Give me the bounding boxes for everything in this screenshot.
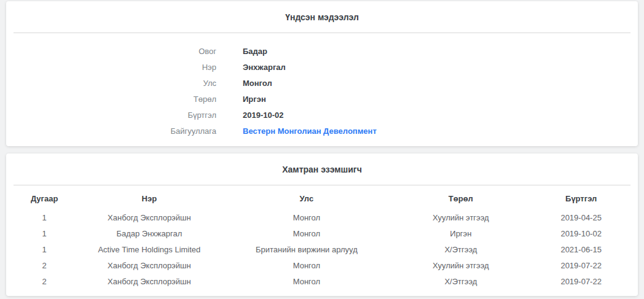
form-row: Бүртгэл2019-10-02 xyxy=(6,107,638,123)
table-cell: Ханбогд Эксплорэйшн xyxy=(75,258,223,274)
table-row: 1Ханбогд ЭксплорэйшнМонголХуулийн этгээд… xyxy=(14,210,630,226)
table-cell: 1 xyxy=(14,210,75,226)
field-value: 2019-10-02 xyxy=(243,107,284,123)
table-cell: 2019-07-22 xyxy=(532,274,630,290)
co-owners-card: Хамтран эзэмшигч ДугаарНэрУлсТөрөлБүртгэ… xyxy=(6,153,638,296)
column-header: Нэр xyxy=(75,194,223,210)
organization-link[interactable]: Вестерн Монголиан Девелопмент xyxy=(243,123,377,139)
table-cell: Монгол xyxy=(223,258,390,274)
basic-info-card: Үндсэн мэдээлэл ОвогБадарНэрЭнхжаргалУлс… xyxy=(6,1,638,146)
field-label: Байгууллага xyxy=(6,123,216,139)
column-header: Төрөл xyxy=(390,194,532,210)
field-label: Бүртгэл xyxy=(6,107,216,123)
field-value: Монгол xyxy=(243,76,272,91)
table-row: 1Бадар ЭнхжаргалМонголИргэн2019-10-02 xyxy=(14,226,630,242)
field-label: Овог xyxy=(6,44,216,60)
form-row: НэрЭнхжаргал xyxy=(6,60,638,76)
table-row: 1Active Time Holdings LimitedБританийн в… xyxy=(14,242,630,258)
basic-info-title: Үндсэн мэдээлэл xyxy=(6,1,638,33)
column-header: Улс xyxy=(223,194,390,210)
field-value: Иргэн xyxy=(243,91,266,107)
table-cell: Монгол xyxy=(223,274,390,290)
table-cell: 1 xyxy=(14,242,75,258)
page: Үндсэн мэдээлэл ОвогБадарНэрЭнхжаргалУлс… xyxy=(0,0,644,296)
table-body: 1Ханбогд ЭксплорэйшнМонголХуулийн этгээд… xyxy=(14,210,630,290)
table-cell: 2 xyxy=(14,258,75,274)
field-value: Бадар xyxy=(243,44,267,60)
table-row: 2Ханбогд ЭксплорэйшнМонголХуулийн этгээд… xyxy=(14,258,630,274)
table-cell: Иргэн xyxy=(390,226,532,242)
table-cell: 2 xyxy=(14,274,75,290)
table-cell: 1 xyxy=(14,226,75,242)
basic-info-form: ОвогБадарНэрЭнхжаргалУлсМонголТөрөлИргэн… xyxy=(6,33,638,146)
field-label: Нэр xyxy=(6,60,216,76)
table-cell: Монгол xyxy=(223,210,390,226)
form-row: БайгууллагаВестерн Монголиан Девелопмент xyxy=(6,123,638,139)
table-cell: 2019-04-25 xyxy=(532,210,630,226)
form-row: УлсМонгол xyxy=(6,76,638,91)
co-owners-table-wrap: ДугаарНэрУлсТөрөлБүртгэл 1Ханбогд Экспло… xyxy=(6,185,638,296)
field-label: Улс xyxy=(6,76,216,91)
form-row: ТөрөлИргэн xyxy=(6,91,638,107)
table-header-row: ДугаарНэрУлсТөрөлБүртгэл xyxy=(14,194,630,210)
table-cell: Х/Этгээд xyxy=(390,274,532,290)
form-row: ОвогБадар xyxy=(6,44,638,60)
table-row: 2Ханбогд ЭксплорэйшнМонголХ/Этгээд2019-0… xyxy=(14,274,630,290)
table-cell: Ханбогд Эксплорэйшн xyxy=(75,210,223,226)
table-cell: Active Time Holdings Limited xyxy=(75,242,223,258)
table-cell: 2021-06-15 xyxy=(532,242,630,258)
table-cell: Ханбогд Эксплорэйшн xyxy=(75,274,223,290)
table-cell: 2019-10-02 xyxy=(532,226,630,242)
field-label: Төрөл xyxy=(6,91,216,107)
table-cell: Монгол xyxy=(223,226,390,242)
column-header: Дугаар xyxy=(14,194,75,210)
column-header: Бүртгэл xyxy=(532,194,630,210)
table-cell: Х/Этгээд xyxy=(390,242,532,258)
co-owners-title: Хамтран эзэмшигч xyxy=(6,153,638,185)
table-cell: Бадар Энхжаргал xyxy=(75,226,223,242)
table-cell: 2019-07-22 xyxy=(532,258,630,274)
table-cell: Хуулийн этгээд xyxy=(390,258,532,274)
field-value: Энхжаргал xyxy=(243,60,286,76)
table-cell: Хуулийн этгээд xyxy=(390,210,532,226)
table-cell: Британийн виржини арлууд xyxy=(223,242,390,258)
co-owners-table: ДугаарНэрУлсТөрөлБүртгэл 1Ханбогд Экспло… xyxy=(14,194,630,290)
